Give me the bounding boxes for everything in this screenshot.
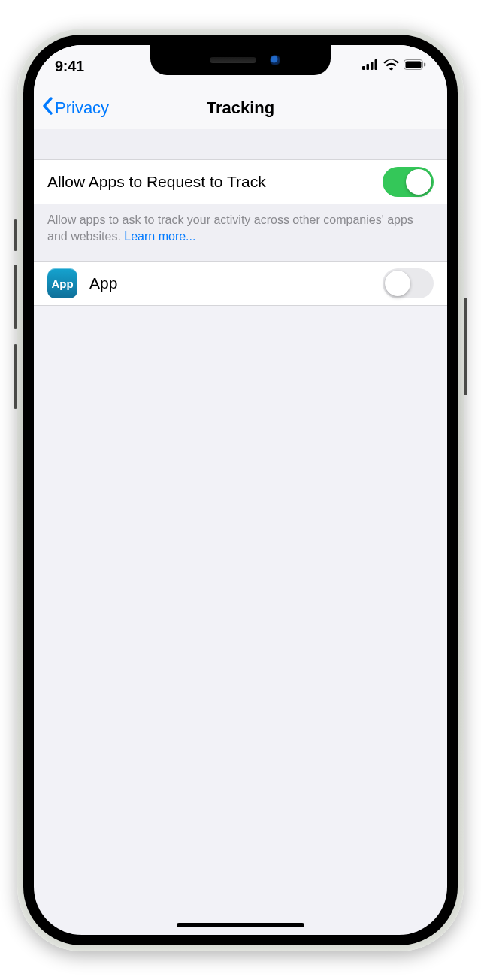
svg-rect-2 [371, 62, 374, 70]
svg-rect-1 [367, 64, 370, 70]
wifi-icon [383, 59, 399, 74]
side-button[interactable] [464, 298, 467, 395]
row-allow-apps-request-track: Allow Apps to Request to Track [34, 159, 447, 204]
mute-switch[interactable] [14, 219, 17, 251]
chevron-left-icon [41, 97, 53, 119]
notch [150, 45, 331, 75]
app-icon-text: App [51, 277, 73, 290]
row-label: Allow Apps to Request to Track [47, 173, 383, 191]
settings-list: Allow Apps to Request to Track Allow app… [34, 129, 447, 306]
svg-rect-0 [362, 66, 365, 70]
cellular-icon [362, 59, 379, 73]
footer-text: Allow apps to ask to track your activity… [47, 213, 413, 243]
toggle-allow-apps-request-track[interactable] [383, 167, 434, 197]
front-camera [270, 55, 280, 65]
section-footer: Allow apps to ask to track your activity… [34, 204, 447, 261]
svg-rect-6 [424, 63, 425, 67]
phone-bezel: 9:41 [23, 35, 458, 945]
app-name-label: App [89, 274, 383, 292]
battery-icon [404, 59, 426, 73]
svg-rect-3 [375, 59, 378, 70]
nav-bar: Privacy Tracking [34, 87, 447, 129]
back-label: Privacy [55, 98, 109, 118]
back-button[interactable]: Privacy [34, 97, 109, 119]
learn-more-link[interactable]: Learn more... [124, 230, 195, 243]
phone-frame: 9:41 [17, 29, 464, 951]
svg-rect-5 [406, 62, 422, 68]
row-app-tracking: App App [34, 261, 447, 306]
home-indicator[interactable] [177, 923, 304, 927]
toggle-app-tracking[interactable] [383, 268, 434, 298]
volume-up-button[interactable] [14, 265, 17, 329]
volume-down-button[interactable] [14, 344, 17, 409]
speaker-grille [210, 57, 256, 63]
screen: 9:41 [34, 45, 447, 935]
status-time: 9:41 [55, 58, 84, 75]
app-icon: App [47, 268, 77, 298]
